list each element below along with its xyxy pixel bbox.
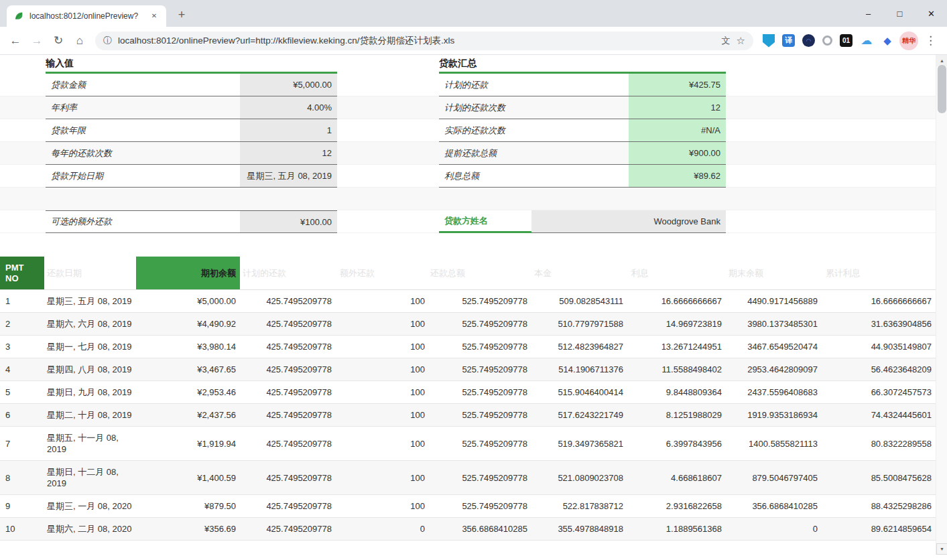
translate-page-icon[interactable]: 文 <box>722 35 731 47</box>
schedule-header-sched: 计划的还款 <box>240 257 337 289</box>
schedule-cell-principal: 521.0809023708 <box>531 461 629 494</box>
input-label: 年利率 <box>46 96 240 119</box>
schedule-cell-no: 6 <box>0 404 44 426</box>
schedule-cell-cum: 88.4325298286 <box>823 495 936 517</box>
ring-extension-icon[interactable] <box>822 36 832 46</box>
schedule-cell-no: 8 <box>0 461 44 494</box>
maximize-button[interactable]: □ <box>884 0 916 27</box>
schedule-cell-begin: ¥4,490.92 <box>136 313 240 335</box>
schedule-cell-principal: 519.3497365821 <box>531 427 629 460</box>
reload-button[interactable]: ↻ <box>48 31 68 51</box>
home-button[interactable]: ⌂ <box>70 31 90 51</box>
vertical-scrollbar[interactable]: ▲ ▼ <box>936 55 947 555</box>
schedule-cell-end: 356.6868410285 <box>726 495 823 517</box>
schedule-row: 9星期三, 一月 08, 2020¥879.50425.749520977810… <box>0 495 936 518</box>
input-row: 贷款年限1 <box>46 119 337 142</box>
schedule-cell-principal: 510.7797971588 <box>531 313 629 335</box>
schedule-cell-begin: ¥356.69 <box>136 518 240 540</box>
schedule-cell-interest: 16.6666666667 <box>629 290 726 312</box>
input-value: 1 <box>240 119 337 141</box>
schedule-header-no: PMT NO <box>0 257 44 289</box>
cloud-extension-icon[interactable]: ☁ <box>860 34 873 48</box>
globe-extension-icon[interactable]: ◠ <box>802 34 815 47</box>
input-row: 贷款金额¥5,000.00 <box>46 74 337 96</box>
shield-extension-icon[interactable] <box>763 34 775 48</box>
schedule-cell-date: 星期日, 十二月 08, 2019 <box>44 461 136 494</box>
address-bar[interactable]: ⓘ localhost:8012/onlinePreview?url=http:… <box>95 31 753 50</box>
scroll-thumb[interactable] <box>938 65 946 113</box>
schedule-cell-end: 2953.4642809097 <box>726 358 823 380</box>
profile-avatar[interactable]: 精华 <box>899 31 918 50</box>
schedule-cell-principal: 515.9046400414 <box>531 381 629 403</box>
translate-extension-icon[interactable]: 译 <box>782 34 795 47</box>
schedule-cell-cum: 66.3072457573 <box>823 381 936 403</box>
browser-tab[interactable]: localhost:8012/onlinePreview? ✕ <box>7 5 166 27</box>
schedule-cell-extra: 100 <box>337 404 428 426</box>
schedule-cell-interest: 1.1889561368 <box>629 518 726 540</box>
minimize-button[interactable]: – <box>853 0 884 27</box>
schedule-cell-cum: 16.6666666667 <box>823 290 936 312</box>
schedule-cell-date: 星期三, 一月 08, 2020 <box>44 495 136 517</box>
browser-menu-icon[interactable]: ⋮ <box>920 33 942 48</box>
badge-01-extension-icon[interactable]: 01 <box>840 34 853 47</box>
schedule-cell-extra: 0 <box>337 518 428 540</box>
bird-extension-icon[interactable]: ◆ <box>881 34 894 48</box>
input-extra-value: ¥100.00 <box>240 211 337 232</box>
schedule-cell-date: 星期六, 二月 08, 2020 <box>44 518 136 540</box>
schedule-row: 1星期三, 五月 08, 2019¥5,000.00425.7495209778… <box>0 290 936 313</box>
schedule-cell-total: 525.7495209778 <box>428 404 531 426</box>
schedule-cell-begin: ¥1,919.94 <box>136 427 240 460</box>
new-tab-button[interactable]: + <box>173 7 190 24</box>
schedule-cell-no: 7 <box>0 427 44 460</box>
schedule-cell-sched: 425.7495209778 <box>240 427 337 460</box>
schedule-cell-sched: 425.7495209778 <box>240 461 337 494</box>
window-controls: – □ ✕ <box>853 0 947 27</box>
schedule-cell-interest: 11.5588498402 <box>629 358 726 380</box>
schedule-cell-begin: ¥2,437.56 <box>136 404 240 426</box>
schedule-cell-principal: 355.4978848918 <box>531 518 629 540</box>
schedule-cell-begin: ¥2,953.46 <box>136 381 240 403</box>
schedule-cell-end: 1400.5855821113 <box>726 427 823 460</box>
schedule-cell-sched: 425.7495209778 <box>240 404 337 426</box>
schedule-row: 5星期日, 九月 08, 2019¥2,953.46425.7495209778… <box>0 381 936 404</box>
summary-value: ¥89.62 <box>629 165 726 187</box>
back-button[interactable]: ← <box>5 31 25 51</box>
forward-button[interactable]: → <box>27 31 47 51</box>
schedule-cell-end: 3467.6549520474 <box>726 336 823 358</box>
input-row: 每年的还款次数12 <box>46 142 337 165</box>
input-label: 贷款开始日期 <box>46 165 240 187</box>
schedule-cell-cum: 74.4324445601 <box>823 404 936 426</box>
schedule-cell-interest: 9.8448809364 <box>629 381 726 403</box>
tab-close-icon[interactable]: ✕ <box>149 11 160 21</box>
url-text[interactable]: localhost:8012/onlinePreview?url=http://… <box>118 35 716 47</box>
schedule-cell-extra: 100 <box>337 336 428 358</box>
summary-value: 12 <box>629 96 726 119</box>
schedule-cell-total: 525.7495209778 <box>428 427 531 460</box>
input-value: 12 <box>240 142 337 164</box>
schedule-cell-interest: 6.3997843956 <box>629 427 726 460</box>
schedule-cell-end: 879.5046797405 <box>726 461 823 494</box>
schedule-cell-interest: 13.2671244951 <box>629 336 726 358</box>
schedule-header-end: 期末余额 <box>726 257 823 289</box>
schedule-cell-interest: 4.668618607 <box>629 461 726 494</box>
schedule-row: 2星期六, 六月 08, 2019¥4,490.92425.7495209778… <box>0 313 936 336</box>
schedule-cell-end: 3980.1373485301 <box>726 313 823 335</box>
bookmark-star-icon[interactable]: ☆ <box>737 35 745 47</box>
schedule-cell-extra: 100 <box>337 290 428 312</box>
summary-row: 实际的还款次数#N/A <box>439 119 726 142</box>
schedule-cell-extra: 100 <box>337 427 428 460</box>
summary-row: 提前还款总额¥900.00 <box>439 142 726 165</box>
schedule-cell-date: 星期四, 八月 08, 2019 <box>44 358 136 380</box>
page-info-icon[interactable]: ⓘ <box>103 35 112 47</box>
schedule-cell-date: 星期三, 五月 08, 2019 <box>44 290 136 312</box>
close-button[interactable]: ✕ <box>916 0 947 27</box>
summary-label: 利息总额 <box>439 165 629 187</box>
schedule-row: 4星期四, 八月 08, 2019¥3,467.65425.7495209778… <box>0 358 936 381</box>
schedule-cell-date: 星期二, 十月 08, 2019 <box>44 404 136 426</box>
schedule-cell-sched: 425.7495209778 <box>240 313 337 335</box>
schedule-cell-principal: 512.4823964827 <box>531 336 629 358</box>
scroll-down-icon[interactable]: ▼ <box>936 543 947 555</box>
schedule-cell-no: 2 <box>0 313 44 335</box>
input-row: 贷款开始日期星期三, 五月 08, 2019 <box>46 165 337 188</box>
schedule-cell-cum: 85.5008475628 <box>823 461 936 494</box>
